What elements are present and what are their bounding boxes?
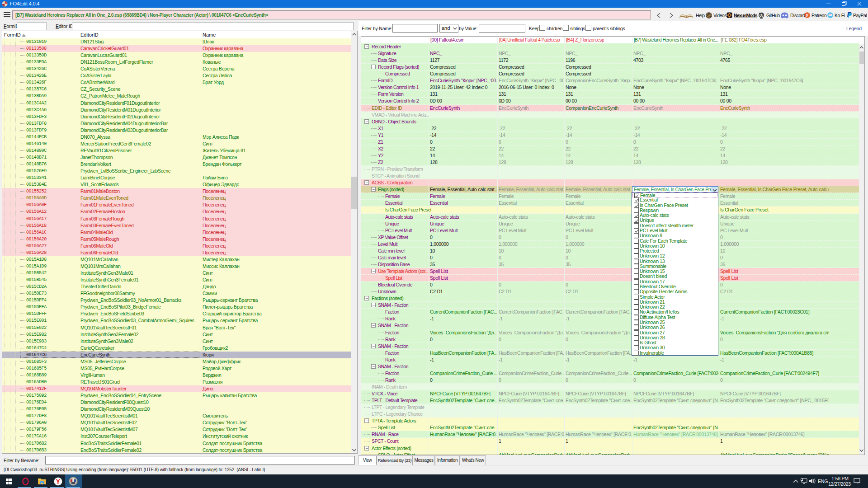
svg-text:P: P bbox=[806, 13, 808, 18]
svg-text:GP: GP bbox=[707, 14, 711, 17]
